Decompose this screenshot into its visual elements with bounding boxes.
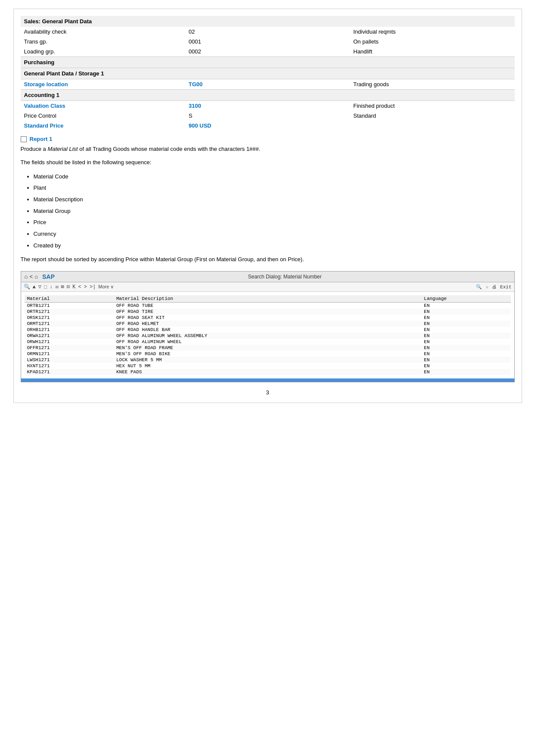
sap-cell-lang: EN (421, 327, 510, 333)
sap-table-row: OFFR1271MEN'S OFF ROAD FRAMEEN (25, 345, 511, 351)
table-row: Trans gp. 0001 On pallets (21, 37, 515, 47)
valuation-class-label: Valuation Class (21, 101, 185, 111)
mail-toolbar-icon[interactable]: ✉ (55, 284, 58, 290)
col-language: Language (421, 295, 510, 303)
sap-material-table: Material Material Description Language O… (25, 295, 511, 375)
sap-cell-material: ORHB1271 (25, 327, 114, 333)
back-icon[interactable]: < (29, 274, 33, 280)
sap-cell-desc: OFF ROAD SEAT KIT (114, 315, 422, 321)
section3-header: General Plant Data / Storage 1 (21, 68, 515, 79)
search-right-icon[interactable]: 🔍 (476, 284, 482, 290)
list-item: Material Code (34, 172, 515, 182)
sap-nav-icons: ⌂ < ⌂ (25, 274, 38, 280)
desc-loading: Handlift (350, 47, 515, 57)
home-icon[interactable]: ⌂ (25, 274, 28, 280)
price-control-row: Price Control S Standard (21, 111, 515, 121)
para1-italic: Material List (47, 146, 78, 152)
sap-cell-material: HXNT1271 (25, 363, 114, 369)
last-toolbar-icon[interactable]: >| (90, 284, 96, 290)
section-header-row-accounting: Accounting 1 (21, 90, 515, 101)
layout-toolbar-icon[interactable]: ⊡ (67, 284, 70, 290)
report-title: Report 1 (21, 136, 515, 142)
filter-toolbar-icon[interactable]: ▽ (38, 284, 41, 290)
sap-cell-material: ORTR1271 (25, 309, 114, 315)
section1-header: Sales: General Plant Data (21, 16, 515, 27)
label-loading: Loading grp. (21, 47, 185, 57)
price-control-desc: Standard (350, 111, 515, 121)
sap-table-row: ORWA1271OFF ROAD ALUMINUM WHEEL ASSEMBLY… (25, 333, 511, 339)
fwd-icon[interactable]: ⌂ (34, 274, 38, 280)
sap-cell-desc: MEN'S OFF ROAD FRAME (114, 345, 422, 351)
sap-cell-lang: EN (421, 339, 510, 345)
exit-button[interactable]: Exit (500, 284, 511, 290)
download-toolbar-icon[interactable]: ↓ (50, 284, 53, 290)
price-control-value: S (185, 111, 350, 121)
star-icon[interactable]: ☆ (485, 284, 488, 290)
report-section: Report 1 Produce a Material List of all … (21, 136, 515, 264)
sap-cell-desc: HEX NUT 5 MM (114, 363, 422, 369)
sap-cell-desc: OFF ROAD TIRE (114, 309, 422, 315)
section2-header: Purchasing (21, 57, 515, 68)
sap-cell-material: KPAD1271 (25, 369, 114, 375)
col-description: Material Description (114, 295, 422, 303)
sap-cell-lang: EN (421, 303, 510, 309)
bookmark-toolbar-icon[interactable]: ⬚ (44, 284, 47, 290)
value-trans: 0001 (185, 37, 350, 47)
section-header-row-purchasing: Purchasing (21, 57, 515, 68)
sap-table-row: HXNT1271HEX NUT 5 MMEN (25, 363, 511, 369)
table-row: Loading grp. 0002 Handlift (21, 47, 515, 57)
sap-cell-desc: OFF ROAD TUBE (114, 303, 422, 309)
flag-toolbar-icon[interactable]: ▲ (33, 284, 36, 290)
checkbox-icon (21, 136, 27, 142)
sap-embed-ui: ⌂ < ⌂ SAP Search Dialog: Material Number… (21, 271, 515, 382)
sap-cell-lang: EN (421, 309, 510, 315)
sap-cell-material: LWSH1271 (25, 357, 114, 363)
valuation-class-row: Valuation Class 3100 Finished product (21, 101, 515, 111)
desc-availability: Individual reqmts (350, 27, 515, 37)
more-menu-button[interactable]: More ∨ (98, 284, 114, 290)
page-number: 3 (21, 389, 515, 396)
sap-data-content: Material Material Description Language O… (21, 292, 514, 378)
report-paragraph-2: The fields should be listed in the follo… (21, 158, 515, 167)
label-trans: Trans gp. (21, 37, 185, 47)
section4-header: Accounting 1 (21, 90, 515, 101)
sap-toolbar: 🔍 ▲ ▽ ⬚ ↓ ✉ ⊞ ⊡ K < > >| More ∨ 🔍 ☆ 🖨 Ex… (21, 282, 514, 292)
table-row: Availability check 02 Individual reqmts (21, 27, 515, 37)
sap-cell-desc: OFF ROAD HELMET (114, 321, 422, 327)
prev-toolbar-icon[interactable]: < (78, 284, 81, 290)
k-toolbar-icon[interactable]: K (72, 284, 75, 290)
grid-toolbar-icon[interactable]: ⊞ (61, 284, 64, 290)
list-item: Material Description (34, 194, 515, 205)
sap-cell-lang: EN (421, 363, 510, 369)
next-toolbar-icon[interactable]: > (84, 284, 87, 290)
sap-table-row: ORMN1271MEN'S OFF ROAD BIKEEN (25, 351, 511, 357)
toolbar-right-group: 🔍 ☆ 🖨 Exit (476, 284, 511, 290)
report-paragraph-1: Produce a Material List of all Trading G… (21, 145, 515, 154)
valuation-class-value: 3100 (185, 101, 350, 111)
sap-cell-desc: MEN'S OFF ROAD BIKE (114, 351, 422, 357)
sap-cell-lang: EN (421, 369, 510, 375)
sap-cell-desc: LOCK WASHER 5 MM (114, 357, 422, 363)
list-item: Price (34, 217, 515, 228)
sap-table-header-row: Material Material Description Language (25, 295, 511, 303)
outer-container: Sales: General Plant Data Availability c… (13, 9, 522, 403)
label-availability: Availability check (21, 27, 185, 37)
standard-price-row: Standard Price 900 USD (21, 121, 515, 131)
sap-cell-material: ORTB1271 (25, 303, 114, 309)
sap-header-bar: ⌂ < ⌂ SAP Search Dialog: Material Number (21, 272, 514, 282)
sap-cell-lang: EN (421, 357, 510, 363)
valuation-class-desc: Finished product (350, 101, 515, 111)
print-icon[interactable]: 🖨 (492, 284, 497, 290)
storage-location-desc: Trading goods (350, 79, 515, 90)
sap-cell-material: ORMT1271 (25, 321, 114, 327)
list-item: Currency (34, 229, 515, 240)
sap-blue-bar (21, 378, 514, 382)
desc-trans: On pallets (350, 37, 515, 47)
sap-cell-desc: OFF ROAD ALUMINUM WHEEL (114, 339, 422, 345)
para1-start: Produce a (21, 146, 48, 152)
report-title-text: Report 1 (30, 136, 53, 142)
sap-cell-lang: EN (421, 321, 510, 327)
sap-cell-material: ORSK1271 (25, 315, 114, 321)
search-toolbar-icon[interactable]: 🔍 (24, 284, 30, 290)
sap-table-row: ORMT1271OFF ROAD HELMETEN (25, 321, 511, 327)
